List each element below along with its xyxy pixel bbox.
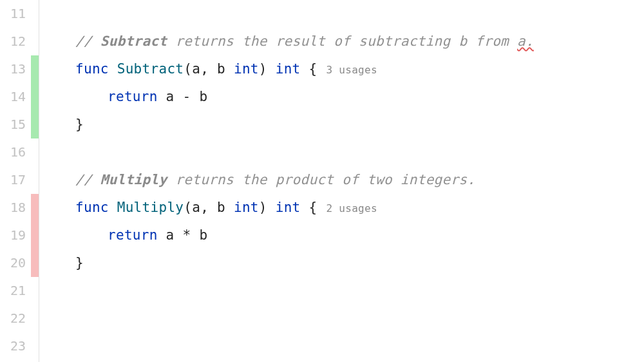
brace-open: { [301, 200, 317, 215]
brace-close: } [75, 255, 84, 271]
line-number[interactable]: 23 [0, 332, 26, 360]
return-type: int [276, 200, 301, 215]
line-number[interactable]: 14 [0, 83, 26, 111]
param-identifiers: a, b [192, 200, 234, 215]
code-line[interactable] [75, 305, 644, 332]
function-identifier[interactable]: Subtract [109, 61, 184, 77]
code-line[interactable] [75, 332, 644, 360]
gutter-mark-empty [31, 305, 39, 332]
paren-open: ( [184, 200, 192, 215]
code-line[interactable]: func Subtract(a, b int) int {3 usages [75, 55, 644, 83]
spell-warning-underline[interactable]: a. [517, 33, 534, 49]
gutter-mark-empty [31, 0, 39, 28]
code-editor: 11 12 13 14 15 16 17 18 19 20 21 22 23 /… [0, 0, 644, 362]
code-line[interactable]: } [75, 111, 644, 138]
code-line[interactable]: func Multiply(a, b int) int {2 usages [75, 194, 644, 222]
usages-inlay-hint[interactable]: 2 usages [326, 202, 377, 214]
vcs-deleted-marker[interactable] [31, 194, 39, 222]
line-number[interactable]: 17 [0, 166, 26, 194]
gutter-mark-empty [31, 332, 39, 360]
param-identifiers: a, b [192, 61, 234, 77]
keyword-return: return [108, 89, 158, 104]
type-int: int [234, 61, 259, 77]
expression: a - b [158, 89, 208, 104]
change-marker-gutter [31, 0, 39, 362]
code-line[interactable] [75, 277, 644, 305]
keyword-func: func [75, 200, 109, 215]
line-number[interactable]: 13 [0, 55, 26, 83]
line-number[interactable]: 16 [0, 138, 26, 166]
line-number-gutter: 11 12 13 14 15 16 17 18 19 20 21 22 23 [0, 0, 31, 362]
line-number[interactable]: 22 [0, 305, 26, 332]
code-line[interactable]: // Multiply returns the product of two i… [75, 166, 644, 194]
vcs-added-marker[interactable] [31, 111, 39, 138]
code-line[interactable]: // Subtract returns the result of subtra… [75, 28, 644, 55]
comment-text: returns the product of two integers. [167, 172, 475, 187]
code-text-area[interactable]: // Subtract returns the result of subtra… [39, 0, 644, 362]
expression: a * b [158, 227, 208, 243]
line-number[interactable]: 21 [0, 277, 26, 305]
gutter-mark-empty [31, 138, 39, 166]
vcs-added-marker[interactable] [31, 83, 39, 111]
line-number[interactable]: 20 [0, 249, 26, 277]
code-line[interactable] [75, 0, 644, 28]
line-number[interactable]: 18 [0, 194, 26, 222]
doc-comment-name: Multiply [100, 172, 167, 187]
comment-token: // [75, 172, 100, 187]
code-line[interactable]: return a * b [75, 222, 644, 249]
code-line[interactable]: } [75, 249, 644, 277]
comment-token: // [75, 33, 100, 49]
keyword-return: return [108, 227, 158, 243]
return-type: int [276, 61, 301, 77]
code-line[interactable]: return a - b [75, 83, 644, 111]
gutter-mark-empty [31, 166, 39, 194]
vcs-deleted-marker[interactable] [31, 249, 39, 277]
paren-close: ) [259, 200, 276, 215]
vcs-added-marker[interactable] [31, 55, 39, 83]
usages-inlay-hint[interactable]: 3 usages [326, 64, 377, 76]
vcs-deleted-marker[interactable] [31, 222, 39, 249]
gutter-mark-empty [31, 28, 39, 55]
code-line[interactable] [75, 138, 644, 166]
brace-close: } [75, 117, 84, 132]
paren-close: ) [259, 61, 276, 77]
doc-comment-name: Subtract [100, 33, 167, 49]
paren-open: ( [184, 61, 192, 77]
keyword-func: func [75, 61, 109, 77]
line-number[interactable]: 19 [0, 222, 26, 249]
line-number[interactable]: 15 [0, 111, 26, 138]
gutter-mark-empty [31, 277, 39, 305]
line-number[interactable]: 11 [0, 0, 26, 28]
brace-open: { [301, 61, 317, 77]
function-identifier[interactable]: Multiply [109, 200, 184, 215]
comment-text: returns the result of subtracting b from [167, 33, 517, 49]
type-int: int [234, 200, 259, 215]
line-number[interactable]: 12 [0, 28, 26, 55]
